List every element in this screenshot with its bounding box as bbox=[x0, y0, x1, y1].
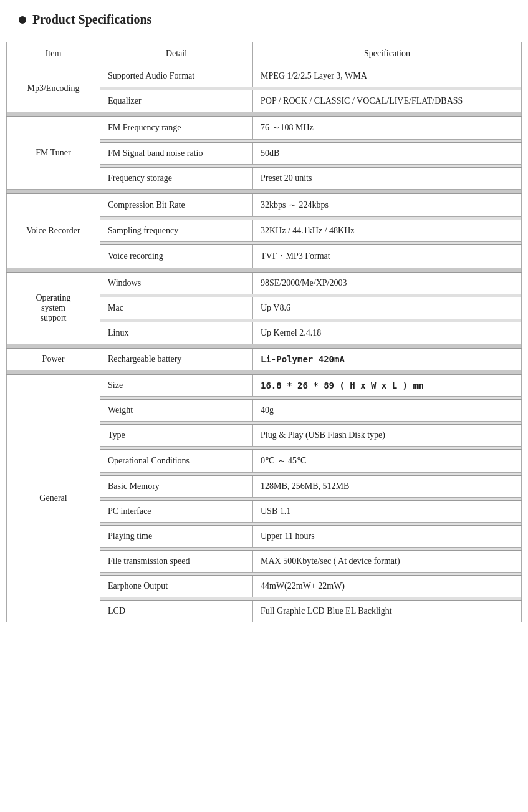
cell-detail: File transmission speed bbox=[100, 551, 253, 573]
cell-item: Voice Recorder bbox=[7, 194, 100, 268]
cell-detail: Equalizer bbox=[100, 90, 253, 112]
cell-item: General bbox=[7, 375, 100, 622]
page-title-row: Product Specifications bbox=[6, 12, 522, 27]
separator bbox=[7, 190, 522, 194]
cell-detail: Voice recording bbox=[100, 245, 253, 268]
cell-spec: Up V8.6 bbox=[253, 297, 522, 319]
cell-detail: Earphone Output bbox=[100, 576, 253, 597]
cell-item: FM Tuner bbox=[7, 117, 100, 190]
table-row: Mp3/EncodingSupported Audio FormatMPEG 1… bbox=[7, 65, 522, 87]
bullet-icon bbox=[19, 16, 26, 24]
separator bbox=[7, 370, 522, 375]
header-item: Item bbox=[7, 42, 100, 65]
cell-spec: Up Kernel 2.4.18 bbox=[253, 322, 522, 344]
table-row: FM TunerFM Frequency range76 ～108 MHz bbox=[7, 117, 522, 140]
cell-spec: 76 ～108 MHz bbox=[253, 117, 522, 140]
cell-spec: 32KHz / 44.1kHz / 48KHz bbox=[253, 220, 522, 242]
cell-item: Power bbox=[7, 349, 100, 370]
cell-spec: MPEG 1/2/2.5 Layer 3, WMA bbox=[253, 65, 522, 87]
table-row: GeneralSize16.8 * 26 * 89 ( H x W x L ) … bbox=[7, 375, 522, 397]
header-detail: Detail bbox=[100, 42, 253, 65]
cell-detail: Mac bbox=[100, 297, 253, 319]
cell-spec: 44mW(22mW+ 22mW) bbox=[253, 576, 522, 597]
cell-spec: 0℃ ～ 45℃ bbox=[253, 450, 522, 473]
cell-spec: 128MB, 256MB, 512MB bbox=[253, 476, 522, 498]
cell-detail: LCD bbox=[100, 601, 253, 622]
cell-detail: Windows bbox=[100, 273, 253, 294]
cell-spec: Upper 11 hours bbox=[253, 526, 522, 548]
cell-spec: 50dB bbox=[253, 143, 522, 165]
cell-detail: Compression Bit Rate bbox=[100, 194, 253, 217]
separator bbox=[7, 268, 522, 273]
cell-spec: USB 1.1 bbox=[253, 501, 522, 523]
separator bbox=[7, 112, 522, 117]
cell-spec: MAX 500Kbyte/sec ( At device format) bbox=[253, 551, 522, 573]
cell-spec: 40g bbox=[253, 400, 522, 422]
table-row: Operating system supportWindows98SE/2000… bbox=[7, 273, 522, 294]
cell-detail: Operational Conditions bbox=[100, 450, 253, 473]
table-row: PowerRechargeable batteryLi-Polymer 420m… bbox=[7, 349, 522, 370]
table-row: Voice RecorderCompression Bit Rate32kbps… bbox=[7, 194, 522, 217]
cell-detail: Playing time bbox=[100, 526, 253, 548]
cell-spec: Li-Polymer 420mA bbox=[253, 349, 522, 370]
cell-detail: Type bbox=[100, 425, 253, 447]
cell-detail: Size bbox=[100, 375, 253, 397]
cell-item: Mp3/Encoding bbox=[7, 65, 100, 112]
header-spec: Specification bbox=[253, 42, 522, 65]
cell-spec: POP / ROCK / CLASSIC / VOCAL/LIVE/FLAT/D… bbox=[253, 90, 522, 112]
separator bbox=[7, 344, 522, 349]
cell-detail: PC interface bbox=[100, 501, 253, 523]
cell-spec: Preset 20 units bbox=[253, 168, 522, 190]
cell-spec: Full Graphic LCD Blue EL Backlight bbox=[253, 601, 522, 622]
cell-detail: Basic Memory bbox=[100, 476, 253, 498]
cell-spec: 32kbps ～ 224kbps bbox=[253, 194, 522, 217]
cell-detail: Sampling frequency bbox=[100, 220, 253, 242]
cell-spec: 16.8 * 26 * 89 ( H x W x L ) mm bbox=[253, 375, 522, 397]
cell-spec: TVF・MP3 Format bbox=[253, 245, 522, 268]
cell-spec: Plug & Play (USB Flash Disk type) bbox=[253, 425, 522, 447]
cell-detail: Linux bbox=[100, 322, 253, 344]
cell-detail: FM Frequency range bbox=[100, 117, 253, 140]
page-title: Product Specifications bbox=[32, 12, 151, 27]
spec-table: Item Detail Specification Mp3/EncodingSu… bbox=[6, 42, 522, 622]
cell-detail: Rechargeable battery bbox=[100, 349, 253, 370]
cell-detail: Weight bbox=[100, 400, 253, 422]
cell-detail: Frequency storage bbox=[100, 168, 253, 190]
cell-spec: 98SE/2000/Me/XP/2003 bbox=[253, 273, 522, 294]
cell-item: Operating system support bbox=[7, 273, 100, 344]
cell-detail: Supported Audio Format bbox=[100, 65, 253, 87]
cell-detail: FM Signal band noise ratio bbox=[100, 143, 253, 165]
